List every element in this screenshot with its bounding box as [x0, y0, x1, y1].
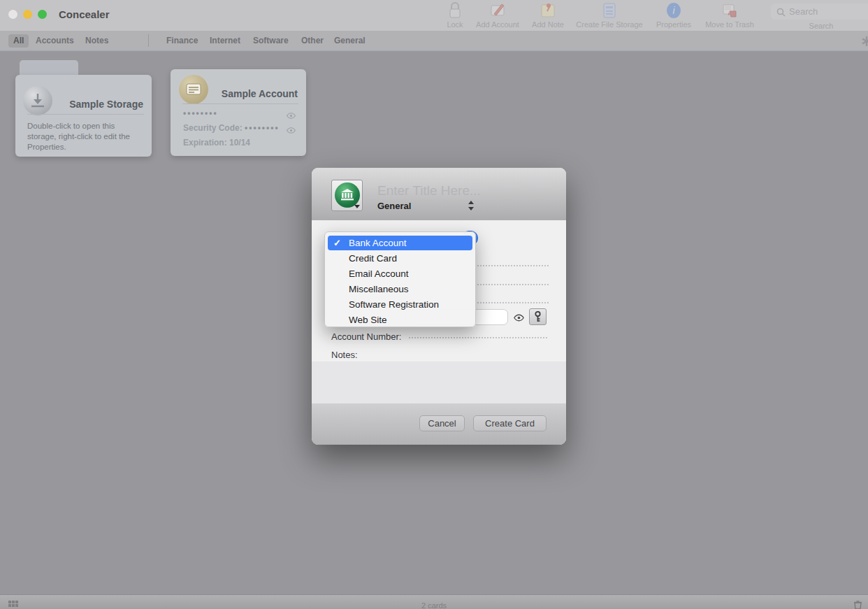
note-pin-icon: [514, 1, 581, 20]
category-popup-value[interactable]: General: [377, 201, 411, 211]
show-password-eye-icon[interactable]: [513, 313, 525, 322]
title-input[interactable]: Enter Title Here...: [377, 183, 481, 199]
account-password-row: ••••••••: [183, 108, 218, 118]
filterbar-divider: [148, 34, 149, 47]
search-toolbar-label: Search: [797, 22, 846, 30]
filter-general[interactable]: General: [329, 34, 370, 48]
file-storage-icon: [576, 1, 643, 20]
menu-item-bank-account[interactable]: ✓ Bank Account: [328, 236, 472, 250]
dialog-footer: Cancel Create Card: [312, 403, 566, 445]
chevron-up-down-icon[interactable]: [467, 200, 475, 211]
card-count: 2 cards: [0, 601, 868, 609]
storage-card-description: Double-click to open this storage, right…: [27, 121, 145, 152]
filter-all[interactable]: All: [8, 34, 29, 48]
card-type-menu: ✓ Bank Account Credit Card Email Account…: [324, 231, 476, 327]
storage-card[interactable]: Sample Storage Double-click to open this…: [15, 75, 152, 157]
toolbar-button-create-file-storage[interactable]: Create File Storage: [576, 1, 643, 29]
filter-notes[interactable]: Notes: [80, 34, 113, 48]
account-expiration-row: Expiration: 10/14: [183, 138, 250, 148]
app-window: Concealer Lock Add Account Add Note Crea…: [0, 0, 868, 609]
bank-icon: [335, 182, 360, 208]
close-window-button[interactable]: [8, 10, 17, 19]
reveal-security-code-eye-icon[interactable]: [286, 124, 296, 132]
toolbar-button-move-to-trash[interactable]: Move to Trash: [696, 1, 763, 29]
statusbar-trash-icon[interactable]: [853, 600, 862, 609]
minimize-window-button[interactable]: [23, 10, 32, 19]
account-number-field[interactable]: [409, 337, 547, 338]
generate-password-key-button[interactable]: [529, 308, 547, 325]
reveal-password-eye-icon[interactable]: [286, 110, 296, 117]
dialog-header: Enter Title Here... General: [312, 168, 566, 220]
menu-item-software-registration[interactable]: Software Registration: [328, 297, 472, 312]
toolbar-button-add-note[interactable]: Add Note: [514, 1, 581, 29]
checkmark-icon: ✓: [333, 236, 341, 250]
card-divider: [27, 114, 144, 115]
notes-label: Notes:: [331, 350, 358, 360]
titlebar: Concealer Lock Add Account Add Note Crea…: [0, 0, 868, 31]
filterbar: All Accounts Notes Finance Internet Soft…: [0, 31, 868, 51]
filter-other[interactable]: Other: [296, 34, 328, 48]
card-type-icon-button[interactable]: [331, 180, 363, 211]
search-input[interactable]: Search: [771, 3, 868, 20]
filter-internet[interactable]: Internet: [205, 34, 245, 48]
filterbar-options-icon[interactable]: [861, 36, 868, 50]
menu-item-miscellaneous[interactable]: Miscellaneous: [328, 282, 472, 296]
window-title: Concealer: [59, 8, 110, 20]
filter-software[interactable]: Software: [248, 34, 294, 48]
statusbar: 2 cards: [0, 594, 868, 609]
menu-item-web-site[interactable]: Web Site: [328, 313, 472, 327]
filter-finance[interactable]: Finance: [161, 34, 203, 48]
search-placeholder: Search: [789, 6, 818, 17]
zoom-window-button[interactable]: [38, 10, 47, 19]
menu-item-email-account[interactable]: Email Account: [328, 266, 472, 281]
account-number-label: Account Number:: [331, 331, 401, 342]
account-card-icon: [179, 75, 208, 104]
filter-accounts[interactable]: Accounts: [31, 34, 79, 48]
icon-dropdown-caret: [354, 205, 360, 208]
account-card-title: Sample Account: [222, 88, 298, 99]
storage-download-icon: [23, 86, 52, 115]
trash-icon: [696, 1, 763, 20]
create-card-button[interactable]: Create Card: [473, 415, 547, 431]
notes-field[interactable]: [312, 361, 566, 403]
account-card[interactable]: Sample Account •••••••• Security Code: •…: [171, 69, 306, 156]
card-divider: [182, 103, 298, 104]
search-icon: [776, 7, 786, 16]
cancel-button[interactable]: Cancel: [419, 415, 465, 431]
storage-card-title: Sample Storage: [69, 99, 143, 110]
menu-item-credit-card[interactable]: Credit Card: [328, 251, 472, 266]
account-security-code-row: Security Code: ••••••••: [183, 123, 280, 133]
